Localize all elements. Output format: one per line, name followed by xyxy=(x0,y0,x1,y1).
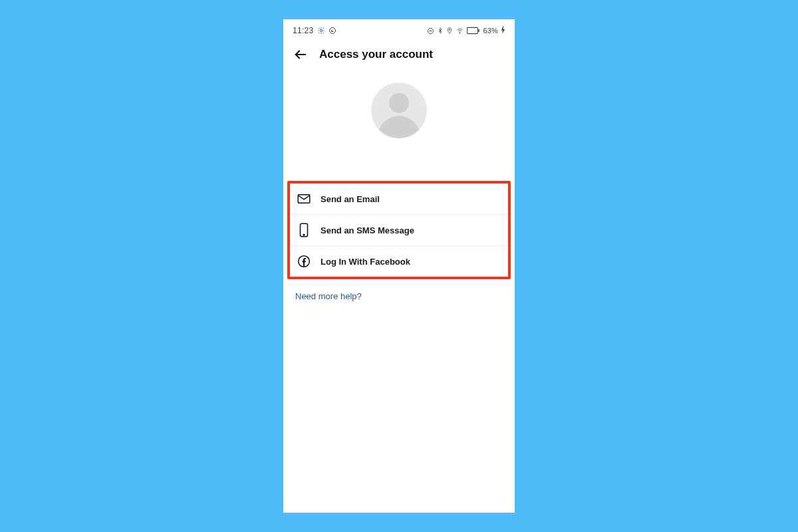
charging-icon xyxy=(501,26,505,36)
facebook-icon xyxy=(297,254,311,269)
phone-frame: 11:23 xyxy=(283,19,515,513)
svg-rect-5 xyxy=(467,27,478,33)
option-send-email[interactable]: Send an Email xyxy=(290,184,508,215)
phone-icon xyxy=(297,223,311,237)
gear-icon xyxy=(317,27,325,35)
back-button[interactable] xyxy=(293,47,309,63)
svg-rect-6 xyxy=(479,29,480,32)
svg-point-0 xyxy=(320,29,322,31)
dnd-icon xyxy=(427,27,434,35)
svg-point-3 xyxy=(449,29,450,31)
option-label: Log In With Facebook xyxy=(321,257,410,267)
location-icon xyxy=(446,27,453,35)
avatar xyxy=(371,82,427,138)
email-icon xyxy=(297,192,311,206)
wifi-icon xyxy=(456,27,464,35)
recovery-options-highlight: Send an Email Send an SMS Message xyxy=(287,181,511,279)
svg-point-9 xyxy=(303,234,305,235)
status-time: 11:23 xyxy=(293,26,314,35)
need-more-help-link[interactable]: Need more help? xyxy=(295,291,503,301)
option-login-facebook[interactable]: Log In With Facebook xyxy=(290,246,508,277)
bluetooth-icon xyxy=(437,27,444,35)
battery-percent: 63% xyxy=(483,27,498,35)
page-title: Access your account xyxy=(319,48,433,61)
svg-point-1 xyxy=(329,28,335,34)
option-label: Send an Email xyxy=(321,194,380,204)
header: Access your account xyxy=(283,40,515,68)
battery-icon xyxy=(467,27,480,35)
avatar-section xyxy=(283,82,515,138)
status-bar: 11:23 xyxy=(283,19,515,40)
option-send-sms[interactable]: Send an SMS Message xyxy=(290,215,508,246)
option-label: Send an SMS Message xyxy=(321,225,414,235)
svg-point-4 xyxy=(460,33,460,33)
whatsapp-icon xyxy=(329,27,336,35)
